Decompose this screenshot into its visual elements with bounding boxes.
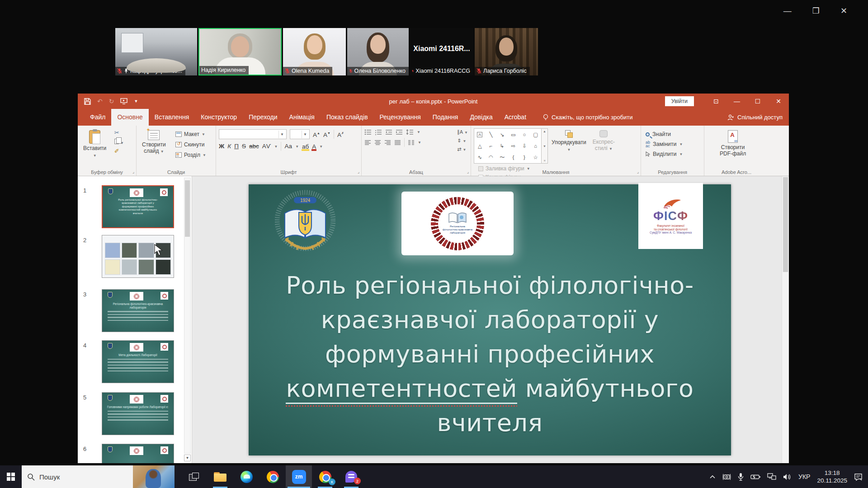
layout-button[interactable]: Макет▼ (174, 130, 208, 139)
tray-microphone-icon[interactable] (738, 473, 744, 481)
tab-основне[interactable]: Основне (111, 109, 148, 126)
shape-option-2[interactable]: ↘ (500, 131, 505, 138)
taskbar-app-chrome-k[interactable]: К (312, 465, 338, 488)
undo-icon[interactable]: ↶ (97, 98, 103, 105)
font-style-button-4[interactable]: abc (249, 143, 259, 150)
font-style-button-2[interactable]: П (234, 143, 239, 150)
shapes-gallery-scrollbar[interactable]: ▲▼≡ (542, 128, 548, 164)
tell-me-box[interactable]: Скажіть, що потрібно зробити (543, 109, 632, 126)
taskbar-app-explorer[interactable] (207, 465, 233, 488)
numbering-icon[interactable] (375, 129, 382, 135)
tray-camera-icon[interactable] (722, 473, 731, 481)
slide[interactable]: 1924 (249, 184, 731, 455)
decrease-indent-icon[interactable] (385, 129, 392, 135)
text-highlight-button[interactable]: аб (302, 144, 309, 150)
qat-customize-icon[interactable]: ▼ (134, 99, 138, 103)
ppt-close-button[interactable]: ✕ (768, 98, 789, 105)
paragraph-dialog-launcher[interactable]: ⌟ (467, 169, 469, 174)
section-button[interactable]: Розділ▼ (174, 150, 208, 160)
text-direction-button[interactable]: ∥А ▼ (457, 129, 468, 135)
shape-option-6[interactable]: △ (478, 143, 482, 149)
zoom-minimize-button[interactable]: — (783, 5, 792, 17)
taskbar-search[interactable]: Пошук (22, 465, 175, 488)
line-spacing-icon[interactable] (406, 129, 414, 135)
align-text-button[interactable]: ⇕ ▼ (457, 138, 468, 144)
save-icon[interactable] (84, 98, 91, 105)
taskbar-app-chrome[interactable] (259, 465, 286, 488)
slide-title-text[interactable]: Роль регіональної філологічно-краєзнавчо… (261, 268, 718, 440)
taskbar-app-edge[interactable] (233, 465, 259, 488)
new-slide-button[interactable]: Створитислайд ▼ (139, 128, 169, 156)
shape-option-15[interactable]: { (512, 155, 514, 160)
tab-конструктор[interactable]: Конструктор (195, 109, 243, 126)
tray-network-icon[interactable] (767, 473, 776, 480)
participant-tile-6[interactable]: Лариса Горболіс (475, 28, 538, 75)
reset-button[interactable]: Скинути (174, 140, 208, 149)
zoom-close-button[interactable]: ✕ (840, 5, 847, 17)
tray-chevron-up-icon[interactable] (709, 475, 716, 479)
shapes-gallery[interactable]: A╲↘▭○▢△⌐↳⇨⇩⌂∿◠〜{}☆ (474, 128, 542, 164)
copy-button[interactable]: ▼ (114, 139, 124, 145)
participant-tile-3[interactable]: Olena Kumeda (283, 28, 346, 75)
columns-icon[interactable] (408, 140, 415, 145)
shape-option-5[interactable]: ▢ (533, 131, 538, 138)
tab-анімація[interactable]: Анімація (283, 109, 321, 126)
font-style-button-0[interactable]: Ж (219, 143, 224, 150)
font-dialog-launcher[interactable]: ⌟ (358, 169, 359, 174)
drawing-dialog-launcher[interactable]: ⌟ (637, 169, 639, 174)
tab-вставлення[interactable]: Вставлення (149, 109, 195, 126)
font-name-combo[interactable]: ▼ (219, 129, 287, 139)
sign-in-button[interactable]: Увійти (665, 96, 694, 106)
shape-option-7[interactable]: ⌐ (490, 143, 493, 149)
tab-файл[interactable]: Файл (84, 109, 111, 126)
participant-tile-5[interactable]: Xiaomi 24116R...Xiaomi 24116RACCG (410, 28, 473, 75)
shape-option-17[interactable]: ☆ (533, 154, 538, 160)
shape-option-8[interactable]: ↳ (500, 143, 505, 149)
shape-option-10[interactable]: ⇩ (522, 143, 527, 149)
font-size-combo[interactable]: ▼ (290, 129, 310, 139)
shape-option-4[interactable]: ○ (523, 132, 526, 137)
tab-показ-слайдів[interactable]: Показ слайдів (321, 109, 374, 126)
shape-option-14[interactable]: 〜 (500, 154, 505, 161)
font-style-button-3[interactable]: S (242, 143, 246, 150)
replace-button[interactable]: abасЗамінити▼ (646, 141, 699, 148)
slide-thumbnail-2[interactable] (102, 235, 174, 278)
paste-button[interactable]: Вставити ▼ (80, 128, 109, 160)
cut-button[interactable]: ✂ (114, 130, 124, 136)
shape-option-9[interactable]: ⇨ (511, 143, 516, 149)
participant-tile-2[interactable]: Надія Кириленко (198, 28, 282, 75)
decrease-font-size-button[interactable]: А▼ (323, 130, 330, 139)
increase-font-size-button[interactable]: А▲ (313, 130, 320, 139)
slide-thumbnail-5[interactable]: Головними напрямами роботи Лабораторії є… (102, 392, 174, 435)
quick-styles-button[interactable]: Експрес-стилі ▼ (590, 128, 618, 154)
slide-thumbnail-1[interactable]: Роль регіональної філологічно-краєзнавчо… (102, 185, 174, 228)
taskbar-app-taskview[interactable] (181, 465, 207, 488)
canvas-scrollbar-thumb[interactable] (783, 177, 788, 272)
ppt-maximize-button[interactable]: ☐ (747, 98, 768, 105)
shape-option-11[interactable]: ⌂ (534, 143, 537, 149)
start-button[interactable] (0, 465, 22, 488)
shape-option-0[interactable]: A (477, 132, 482, 137)
create-pdf-button[interactable]: СтворитиPDF-файл (717, 128, 749, 159)
clipboard-dialog-launcher[interactable]: ⌟ (132, 169, 134, 174)
thumbnail-scrollbar-thumb[interactable] (185, 180, 190, 237)
font-style-button-1[interactable]: К (227, 143, 231, 150)
tray-volume-icon[interactable] (783, 474, 792, 480)
participant-tile-4[interactable]: Олена Біловоленко (347, 28, 409, 75)
select-button[interactable]: Виділити▼ (646, 151, 699, 157)
search-highlight-image[interactable] (133, 465, 175, 488)
thumbnail-scrollbar[interactable] (184, 178, 191, 454)
shape-option-12[interactable]: ∿ (478, 154, 482, 160)
align-left-icon[interactable] (364, 140, 371, 145)
clear-formatting-button[interactable]: А✗ (337, 130, 344, 139)
arrange-button[interactable]: Упорядкувати▼ (549, 128, 588, 154)
tab-рецензування[interactable]: Рецензування (374, 109, 427, 126)
justify-icon[interactable] (394, 140, 401, 145)
align-center-icon[interactable] (374, 140, 381, 145)
shape-option-16[interactable]: } (524, 155, 525, 160)
tray-battery-icon[interactable] (750, 474, 760, 480)
start-slideshow-icon[interactable] (120, 98, 127, 104)
slide-thumbnail-4[interactable]: Мета діяльності Лабораторії (102, 340, 174, 383)
action-center-icon[interactable] (854, 473, 863, 481)
convert-smartart-button[interactable]: ⇄ ▼ (457, 146, 468, 152)
